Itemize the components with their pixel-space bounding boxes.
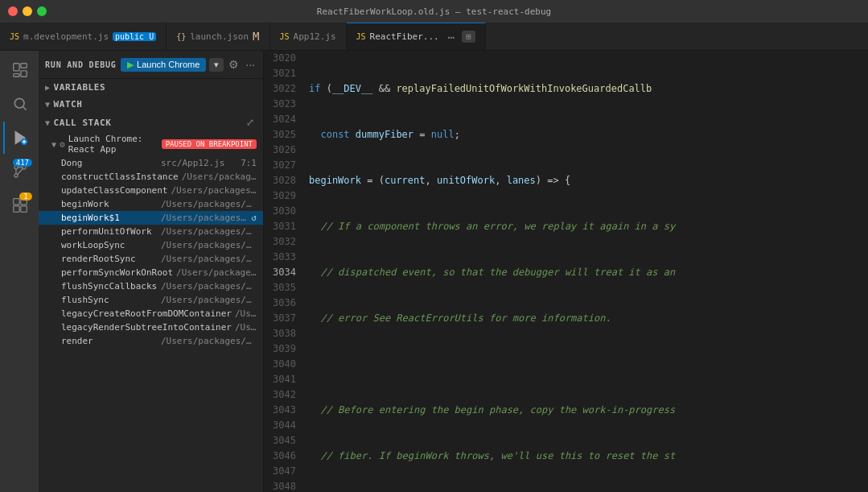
frame-line: 7:1: [241, 158, 257, 168]
explorer-icon[interactable]: [3, 54, 35, 86]
tab-label: launch.json: [190, 31, 249, 42]
tab-modified: M: [253, 31, 259, 42]
call-stack-header-left: ▼ CALL STACK: [45, 118, 111, 128]
cs-frame-renderroot[interactable]: renderRootSync /Users/packages/react-rec…: [39, 252, 263, 266]
cs-frame-beginwork1[interactable]: beginWork$1 /Users/packages/react-reconc…: [39, 211, 263, 225]
maximize-button[interactable]: [37, 6, 47, 16]
tab-badge: public U: [113, 32, 156, 41]
run-debug-controls: ▶ Launch Chrome ▾ ⚙ ···: [121, 56, 257, 72]
frame-path: /Users/packages/react-reconcile...: [182, 172, 257, 182]
frame-name: legacyRenderSubtreeIntoContainer: [61, 322, 232, 333]
variables-header[interactable]: ▶ VARIABLES: [39, 79, 263, 96]
svg-rect-1: [21, 64, 27, 68]
debug-run-icon[interactable]: [3, 122, 35, 154]
cs-frame-flushsync[interactable]: flushSync /Users/packages/react-reconcil…: [39, 293, 263, 307]
frame-path: /Users/packages/react-reconciler/src/...: [161, 226, 257, 237]
frame-path: /Users/packages/react-reconciler/src/Rea…: [161, 254, 257, 264]
frame-name: performUnitOfWork: [61, 226, 158, 237]
frame-name: renderRootSync: [61, 254, 158, 264]
frame-path: /Users/packages/react-reconciler/src/Rea…: [161, 213, 248, 223]
cs-frame-update[interactable]: updateClassComponent /Users/packages/rea…: [39, 184, 263, 197]
run-debug-title: RUN AND DEBUG: [45, 60, 117, 69]
activity-bar: 417 1: [0, 51, 39, 492]
frame-name: legacyCreateRootFromDOMContainer: [61, 308, 232, 319]
cs-frame-performsync[interactable]: performSyncWorkOnRoot /Users/packages/re…: [39, 266, 263, 279]
search-icon[interactable]: [3, 88, 35, 120]
line-numbers: 3020 3021 3022 3023 3024 3025 3026 3027 …: [264, 51, 302, 492]
cs-frame-flushsync-callbacks[interactable]: flushSyncCallbacks /Users/packages/react…: [39, 279, 263, 293]
close-button[interactable]: [8, 6, 18, 16]
window-title: ReactFiberWorkLoop.old.js — test-react-d…: [317, 6, 551, 17]
js-icon: JS: [356, 32, 366, 41]
tab-reactfiber[interactable]: JS ReactFiber... ⋯ ⊞: [347, 23, 486, 50]
tab-scroll-right: ⋯: [448, 31, 455, 43]
watch-section: ▼ WATCH: [39, 96, 263, 113]
tab-label: App12.js: [294, 31, 336, 42]
cs-frame-render[interactable]: render /Users/packages/react-dom/src/cli…: [39, 334, 263, 348]
svg-rect-16: [21, 206, 27, 213]
frame-path: /Users/packages/react-dom/src/client/Rea…: [161, 336, 257, 346]
svg-rect-15: [14, 206, 20, 213]
frame-name: beginWork: [61, 199, 158, 209]
cs-frame-perform-unit[interactable]: performUnitOfWork /Users/packages/react-…: [39, 225, 263, 238]
js-icon: JS: [280, 32, 290, 41]
code-content: if (__DEV__ && replayFailedUnitOfWorkWit…: [302, 51, 868, 492]
thread-icon: ⚙: [60, 139, 65, 150]
svg-rect-0: [14, 64, 19, 71]
frame-path: /Users/packages/react-reconciler/...: [176, 267, 257, 278]
code-line-3021: const dummyFiber = null;: [309, 127, 862, 143]
call-stack-section: ▼ CALL STACK ⤢ ▼ ⚙ Launch Chrome: React …: [39, 113, 263, 492]
watch-header[interactable]: ▼ WATCH: [39, 96, 263, 113]
cs-frame-workloop[interactable]: workLoopSync /Users/packages/react-recon…: [39, 238, 263, 252]
tab-label: ReactFiber...: [370, 31, 439, 42]
frame-name: render: [61, 336, 158, 346]
code-line-3024: // dispatched event, so that the debugge…: [309, 265, 862, 280]
code-line-3025: // error See ReactErrorUtils for more in…: [309, 311, 862, 326]
source-control-icon[interactable]: 417: [3, 155, 35, 188]
code-area[interactable]: 3020 3021 3022 3023 3024 3025 3026 3027 …: [264, 51, 868, 492]
play-icon: ▶: [127, 60, 134, 70]
cs-frame-dong[interactable]: Dong src/App12.js 7:1: [39, 156, 263, 170]
extensions-icon[interactable]: 1: [3, 189, 35, 221]
run-debug-header: RUN AND DEBUG ▶ Launch Chrome ▾ ⚙ ···: [39, 51, 263, 79]
debug-thread[interactable]: ▼ ⚙ Launch Chrome: React App PAUSED ON B…: [39, 132, 263, 156]
call-stack-expand-button[interactable]: ⤢: [244, 116, 257, 129]
svg-point-12: [14, 174, 18, 177]
code-editor: 3020 3021 3022 3023 3024 3025 3026 3027 …: [264, 51, 868, 492]
frame-name: performSyncWorkOnRoot: [61, 267, 173, 278]
code-line-3028: // fiber. If beginWork throws, we'll use…: [309, 449, 862, 464]
variables-section: ▶ VARIABLES: [39, 79, 263, 96]
code-line-3023: // If a component throws an error, we re…: [309, 219, 862, 234]
variables-title: VARIABLES: [54, 82, 106, 93]
frame-name: flushSync: [61, 295, 158, 305]
sidebar: RUN AND DEBUG ▶ Launch Chrome ▾ ⚙ ··· ▶ …: [39, 51, 264, 492]
call-stack-title: CALL STACK: [54, 118, 112, 128]
split-editor-btn[interactable]: ⊞: [462, 31, 475, 43]
main-content: 417 1 RUN AND DEBUG ▶ Launch Chrome ▾ ⚙: [0, 51, 868, 492]
window-controls: [8, 6, 47, 16]
debug-settings-button[interactable]: ⚙: [227, 56, 241, 72]
thread-arrow: ▼: [51, 140, 56, 149]
frame-path: /Users/reac...: [235, 322, 257, 333]
cs-frame-beginwork[interactable]: beginWork /Users/packages/react-reconcil…: [39, 197, 263, 211]
cs-frame-legacy-render[interactable]: legacyRenderSubtreeIntoContainer /Users/…: [39, 320, 263, 334]
restart-frame-icon[interactable]: ↺: [251, 213, 257, 223]
paused-badge: PAUSED ON BREAKPOINT: [162, 139, 257, 149]
source-control-badge: 417: [13, 159, 32, 167]
tab-launch-json[interactable]: {} launch.json M: [167, 23, 269, 50]
tab-app12[interactable]: JS App12.js: [270, 23, 347, 50]
svg-rect-3: [14, 74, 19, 77]
svg-point-4: [14, 98, 24, 108]
debug-more-button[interactable]: ···: [244, 56, 257, 72]
launch-chrome-label: Launch Chrome: [137, 60, 200, 69]
launch-chrome-button[interactable]: ▶ Launch Chrome: [121, 58, 206, 72]
frame-path: /Users/packages/react-reconciler/src/...: [161, 281, 257, 291]
cs-frame-legacy-create[interactable]: legacyCreateRootFromDOMContainer /Users/…: [39, 307, 263, 320]
watch-arrow: ▼: [45, 100, 51, 109]
tab-m-development[interactable]: JS m.development.js public U: [0, 23, 167, 50]
call-stack-header[interactable]: ▼ CALL STACK ⤢: [39, 113, 263, 132]
cs-frame-construct[interactable]: constructClassInstance /Users/packages/r…: [39, 170, 263, 184]
launch-config-dropdown[interactable]: ▾: [209, 58, 224, 72]
frame-path: src/App12.js: [161, 158, 237, 168]
minimize-button[interactable]: [23, 6, 32, 16]
